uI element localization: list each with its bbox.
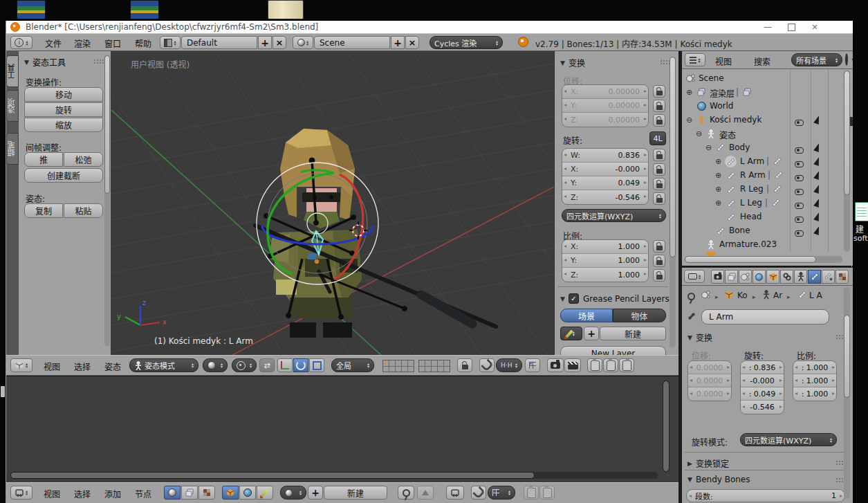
bone-rot-y[interactable]: : 0.049 xyxy=(741,387,784,401)
push-button[interactable]: 推 xyxy=(24,152,63,167)
transform-locks-panel-header[interactable]: 变换锁定 xyxy=(687,457,729,469)
bendy-bones-panel-header[interactable]: Bendy Bones xyxy=(687,475,750,484)
rotate-button[interactable]: 旋转 xyxy=(24,102,103,117)
bone-loc-z[interactable]: 0.0000 xyxy=(688,387,731,401)
outliner-row[interactable]: R Leg | xyxy=(682,183,853,196)
lock-rotation-w[interactable] xyxy=(653,149,665,161)
node-paste-button[interactable] xyxy=(539,486,555,500)
node-group-button[interactable] xyxy=(446,486,464,500)
remove-scene-button[interactable] xyxy=(405,36,419,49)
bone-scl-z[interactable]: : 1.000 xyxy=(793,387,836,401)
tab-physics[interactable] xyxy=(835,270,849,284)
copy-pose-button[interactable] xyxy=(587,358,602,372)
outliner-row[interactable]: Kości medyk xyxy=(682,113,853,127)
properties-scrollbar[interactable] xyxy=(844,287,850,499)
outliner-item-label[interactable]: R Leg xyxy=(740,184,764,194)
selectable-cursor-icon[interactable] xyxy=(813,115,822,125)
copy-pose-button[interactable]: 复制 xyxy=(24,203,63,218)
selectable-cursor-icon[interactable] xyxy=(813,156,822,166)
outliner-filter-dropdown[interactable]: 所有场景 xyxy=(791,53,842,66)
gp-add-button[interactable] xyxy=(584,327,599,340)
desktop-file-icon[interactable] xyxy=(855,202,868,221)
outliner-row[interactable]: Bone xyxy=(682,224,853,238)
armature-crumb-icon[interactable] xyxy=(762,290,770,300)
outliner-item-label[interactable]: L Arm xyxy=(740,156,764,166)
object-shader-button[interactable] xyxy=(222,486,239,500)
desktop-archive-icon[interactable] xyxy=(17,0,46,19)
selectable-cursor-icon[interactable] xyxy=(813,170,822,180)
outliner-item-label[interactable]: Head xyxy=(740,212,761,221)
menu-help[interactable]: 帮助 xyxy=(135,37,151,49)
paste-flipped-pose-button[interactable] xyxy=(619,358,634,372)
close-button[interactable]: × xyxy=(803,21,827,33)
expand-icon[interactable] xyxy=(686,89,692,96)
transform-panel-header[interactable]: 变换 xyxy=(560,57,585,68)
transform-orientation-dropdown[interactable]: 全局 xyxy=(331,358,374,372)
expand-icon[interactable] xyxy=(715,199,721,207)
outliner-item-label[interactable]: Armature.023 xyxy=(719,239,777,249)
bone-rot-z[interactable]: -0.546 xyxy=(741,401,784,414)
bone-scl-x[interactable]: : 1.000 xyxy=(793,361,836,374)
outliner-item-label[interactable]: Scene xyxy=(699,73,724,83)
selectable-cursor-icon[interactable] xyxy=(813,212,822,221)
tab-bone[interactable] xyxy=(808,270,821,284)
segments-slider[interactable]: 段数: 1 xyxy=(686,489,845,502)
node-editor[interactable] xyxy=(6,376,678,482)
add-layout-button[interactable] xyxy=(258,36,272,49)
tab-tools[interactable]: 工具 xyxy=(6,55,19,87)
scale-y-field[interactable]: Y:1.000 xyxy=(562,254,648,268)
menu-render[interactable]: 渲染 xyxy=(74,37,91,49)
breadcrumb-armature[interactable]: Ar xyxy=(773,291,782,300)
menu-file[interactable]: 文件 xyxy=(45,37,62,49)
outliner-item-label[interactable]: R Arm xyxy=(740,170,766,180)
add-scene-button[interactable] xyxy=(391,36,405,49)
viewport-shading-dropdown[interactable] xyxy=(203,358,228,372)
lock-rotation-x[interactable] xyxy=(653,163,665,176)
lock-location-z[interactable] xyxy=(653,114,665,127)
layers-grid-2[interactable] xyxy=(418,360,450,372)
outliner-item-label[interactable]: 姿态 xyxy=(719,129,736,140)
grease-pencil-checkbox[interactable]: ✓ xyxy=(569,293,579,304)
node-menu-add[interactable]: 添加 xyxy=(104,488,121,500)
view3d-menu-view[interactable]: 视图 xyxy=(44,360,60,372)
outliner-editor-type-button[interactable] xyxy=(685,53,705,66)
expand-icon[interactable] xyxy=(715,185,721,193)
desktop-archive-icon[interactable] xyxy=(130,0,159,19)
node-snap-mode-dropdown[interactable] xyxy=(488,486,515,500)
outliner-row[interactable]: R Arm | xyxy=(682,169,853,183)
scale-x-field[interactable]: X:1.000 xyxy=(562,240,648,254)
remove-layout-button[interactable] xyxy=(273,36,286,49)
location-y-field[interactable]: Y:0.00000 xyxy=(562,99,648,113)
node-editor-vscrollbar[interactable] xyxy=(663,381,670,472)
tab-render[interactable] xyxy=(711,270,724,284)
outliner-search-menu[interactable]: 搜索 xyxy=(754,55,770,67)
node-menu-select[interactable]: 选择 xyxy=(74,488,91,500)
gp-new-button[interactable]: 新建 xyxy=(600,327,666,340)
world-shader-button[interactable] xyxy=(239,486,256,500)
visibility-eye-icon[interactable] xyxy=(795,230,804,237)
mode-dropdown[interactable]: 姿态模式 xyxy=(129,358,198,372)
outliner-row[interactable]: L Leg | xyxy=(682,196,853,210)
viewport-3d[interactable]: x y z 用户视图 (透视) (1) Kości medyk : L Arm xyxy=(111,51,554,355)
panel-drag-dots[interactable] xyxy=(93,59,104,64)
screen-layout-field[interactable]: Default xyxy=(181,36,257,49)
composite-nodes-button[interactable] xyxy=(181,486,198,500)
bone-loc-x[interactable]: 0.0000 xyxy=(688,361,731,374)
scale-button[interactable]: 缩放 xyxy=(24,118,103,132)
render-opengl-button[interactable] xyxy=(547,358,564,372)
view3d-editor-type-button[interactable] xyxy=(10,358,33,372)
node-copy-button[interactable] xyxy=(524,486,539,500)
manipulator-scale-button[interactable] xyxy=(309,358,324,372)
outliner-row[interactable]: Armature.023 xyxy=(682,238,853,252)
material-add-button[interactable] xyxy=(308,486,323,500)
outliner-row[interactable]: 姿态 xyxy=(682,127,853,141)
outliner-item-label[interactable]: L Leg xyxy=(740,198,762,208)
scale-z-field[interactable]: Z:1.000 xyxy=(562,268,648,282)
scene-icon-button[interactable] xyxy=(293,36,313,49)
node-editor-type-button[interactable] xyxy=(10,486,33,500)
outliner-row-selected[interactable]: L Arm | xyxy=(682,155,853,169)
tab-armature-data[interactable] xyxy=(794,270,807,284)
node-pin-button[interactable] xyxy=(398,486,414,500)
manipulator-toggle[interactable]: ⇄ xyxy=(259,358,275,372)
lineline-shader-button[interactable] xyxy=(257,486,273,500)
